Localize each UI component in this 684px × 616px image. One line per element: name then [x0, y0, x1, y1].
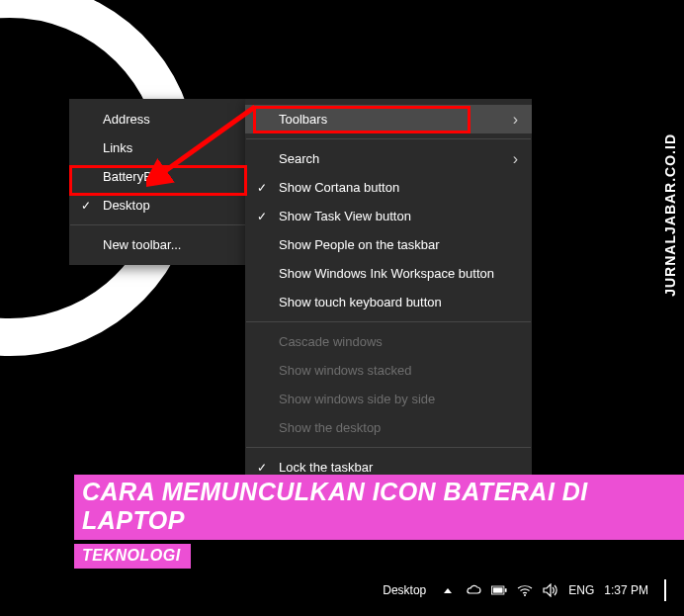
menu-item-label: Links — [103, 140, 132, 155]
menu-item-label: Address — [103, 112, 150, 127]
submenu-item-batterybar[interactable]: BatteryBar — [69, 162, 247, 191]
menu-item-label: Show Cortana button — [279, 180, 399, 195]
menu-item-label: Show windows stacked — [279, 363, 411, 378]
svg-rect-2 — [505, 588, 507, 592]
submenu-item-desktop[interactable]: Desktop — [69, 191, 247, 220]
menu-item-label: New toolbar... — [103, 237, 182, 252]
menu-item-label: Show windows side by side — [279, 392, 435, 406]
menu-item-label: Show the desktop — [279, 420, 381, 435]
svg-point-4 — [524, 594, 526, 596]
submenu-item-links[interactable]: Links — [69, 133, 247, 162]
menu-item-label: Show touch keyboard button — [279, 295, 442, 309]
menu-item-label: Lock the taskbar — [279, 460, 373, 475]
menu-separator — [246, 321, 531, 322]
article-title: CARA MEMUNCULKAN ICON BATERAI DI LAPTOP — [74, 475, 684, 540]
menu-item-people[interactable]: Show People on the taskbar — [245, 230, 532, 259]
menu-item-touch-keyboard[interactable]: Show touch keyboard button — [245, 288, 532, 316]
menu-item-search[interactable]: Search — [245, 144, 532, 173]
menu-item-cortana[interactable]: Show Cortana button — [245, 173, 532, 202]
menu-item-cascade: Cascade windows — [245, 327, 532, 356]
menu-item-label: Show People on the taskbar — [279, 237, 440, 252]
tray-overflow-icon[interactable] — [440, 582, 456, 598]
menu-separator — [246, 447, 531, 448]
menu-separator — [70, 224, 246, 225]
taskbar-toolbar-label[interactable]: Desktop — [383, 583, 426, 597]
battery-icon[interactable] — [491, 582, 507, 598]
menu-item-toolbars[interactable]: Toolbars — [245, 105, 532, 133]
menu-item-label: Search — [279, 151, 319, 166]
language-indicator[interactable]: ENG — [568, 583, 594, 597]
submenu-item-new-toolbar[interactable]: New toolbar... — [69, 230, 247, 259]
onedrive-icon[interactable] — [466, 582, 481, 598]
volume-icon[interactable] — [543, 582, 558, 598]
menu-item-label: Cascade windows — [279, 334, 383, 349]
article-category: TEKNOLOGI — [74, 544, 191, 569]
toolbars-submenu: Address Links BatteryBar Desktop New too… — [69, 99, 247, 265]
menu-item-label: Show Windows Ink Workspace button — [279, 266, 494, 281]
clock[interactable]: 1:37 PM — [604, 583, 648, 597]
menu-item-stacked: Show windows stacked — [245, 356, 532, 385]
article-title-block: CARA MEMUNCULKAN ICON BATERAI DI LAPTOP … — [74, 475, 684, 569]
show-desktop-button[interactable] — [664, 579, 666, 601]
menu-item-label: BatteryBar — [103, 169, 163, 184]
menu-separator — [246, 138, 531, 139]
taskbar: Desktop ENG 1:37 PM — [245, 574, 672, 606]
menu-item-show-desktop: Show the desktop — [245, 413, 532, 442]
site-watermark: JURNALJABAR.CO.ID — [662, 133, 678, 297]
submenu-item-address[interactable]: Address — [69, 105, 247, 133]
menu-item-label: Desktop — [103, 198, 150, 213]
wifi-icon[interactable] — [517, 582, 533, 598]
menu-item-label: Show Task View button — [279, 209, 411, 223]
svg-rect-3 — [493, 587, 503, 592]
menu-item-label: Toolbars — [279, 112, 327, 127]
menu-item-taskview[interactable]: Show Task View button — [245, 202, 532, 230]
menu-item-side-by-side: Show windows side by side — [245, 385, 532, 413]
menu-item-ink[interactable]: Show Windows Ink Workspace button — [245, 259, 532, 288]
taskbar-context-menu: Toolbars Search Show Cortana button Show… — [245, 99, 532, 516]
